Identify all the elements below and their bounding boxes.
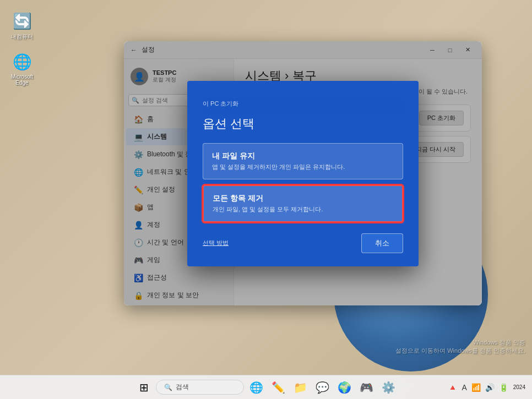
remove-all-option[interactable]: 모든 항목 제거 개인 파일, 앱 및 설정을 모두 제거합니다.: [203, 185, 403, 222]
taskbar-icon-browser[interactable]: 🌍: [334, 378, 354, 397]
recycle-label: 내컴퓨터: [11, 33, 33, 41]
selection-method-link[interactable]: 선택 방법: [203, 239, 229, 247]
taskbar-right: 🔺 A 📶 🔊 🔋 2024: [446, 382, 528, 393]
taskbar-icon-pen[interactable]: ✏️: [268, 378, 288, 397]
taskbar-icon-xbox[interactable]: 🎮: [356, 378, 376, 397]
taskbar: ⊞ 🔍 검색 🌐 ✏️ 📁 💬 🌍 🎮 ⚙️ 🔺 A 📶 🔊 🔋 2024: [0, 375, 532, 399]
desktop: 🔄 내컴퓨터 🌐 Microsoft Edge Windows 정품 인증 설정…: [0, 0, 532, 399]
desktop-icon-edge[interactable]: 🌐 Microsoft Edge: [6, 52, 39, 86]
start-button[interactable]: ⊞: [134, 378, 154, 397]
desktop-icons: 🔄 내컴퓨터 🌐 Microsoft Edge: [6, 11, 39, 86]
keyboard-icon[interactable]: A: [460, 382, 468, 393]
recycle-icon: 🔄: [12, 11, 32, 31]
modal-footer: 선택 방법 취소: [203, 233, 403, 253]
settings-window: ← 설정 ─ □ ✕ 👤 TESTPC 로컬 계정 🔍: [124, 41, 482, 305]
reset-modal: 이 PC 초기화 옵션 선택 내 파일 유지 앱 및 설정을 제거하지만 개인 …: [187, 81, 419, 266]
battery-icon[interactable]: 🔋: [497, 382, 510, 393]
taskbar-time[interactable]: 2024: [511, 384, 528, 390]
taskbar-icon-edge[interactable]: 🌐: [246, 378, 266, 397]
remove-all-title: 모든 항목 제거: [213, 194, 393, 204]
windows-watermark: Windows 정품 인증 설정으로 이동하여 Windows를 정품 인증하세…: [395, 338, 525, 355]
edge-label: Microsoft Edge: [6, 74, 39, 86]
taskbar-search[interactable]: 🔍 검색: [156, 380, 244, 395]
keep-files-desc: 앱 및 설정을 제거하지만 개인 파일은 유지합니다.: [212, 163, 394, 171]
modal-heading: 옵션 선택: [203, 116, 403, 132]
modal-overlay: 이 PC 초기화 옵션 선택 내 파일 유지 앱 및 설정을 제거하지만 개인 …: [124, 41, 482, 305]
taskbar-search-label: 검색: [176, 382, 189, 392]
wifi-icon[interactable]: 📶: [470, 382, 482, 393]
taskbar-icon-explorer[interactable]: 📁: [290, 378, 310, 397]
taskbar-search-icon: 🔍: [164, 384, 172, 391]
taskbar-center: ⊞ 🔍 검색 🌐 ✏️ 📁 💬 🌍 🎮 ⚙️: [134, 378, 398, 397]
chevron-up-icon[interactable]: 🔺: [446, 382, 459, 393]
keep-files-title: 내 파일 유지: [212, 151, 394, 161]
taskbar-icon-settings[interactable]: ⚙️: [378, 378, 398, 397]
cancel-button[interactable]: 취소: [361, 233, 403, 253]
volume-icon[interactable]: 🔊: [484, 382, 496, 393]
modal-title-bar: 이 PC 초기화: [203, 97, 403, 116]
keep-files-option[interactable]: 내 파일 유지 앱 및 설정을 제거하지만 개인 파일은 유지합니다.: [203, 143, 403, 179]
taskbar-icon-teams[interactable]: 💬: [312, 378, 332, 397]
edge-icon: 🌐: [12, 52, 32, 72]
desktop-icon-recycle[interactable]: 🔄 내컴퓨터: [6, 11, 39, 41]
remove-all-desc: 개인 파일, 앱 및 설정을 모두 제거합니다.: [213, 205, 393, 214]
